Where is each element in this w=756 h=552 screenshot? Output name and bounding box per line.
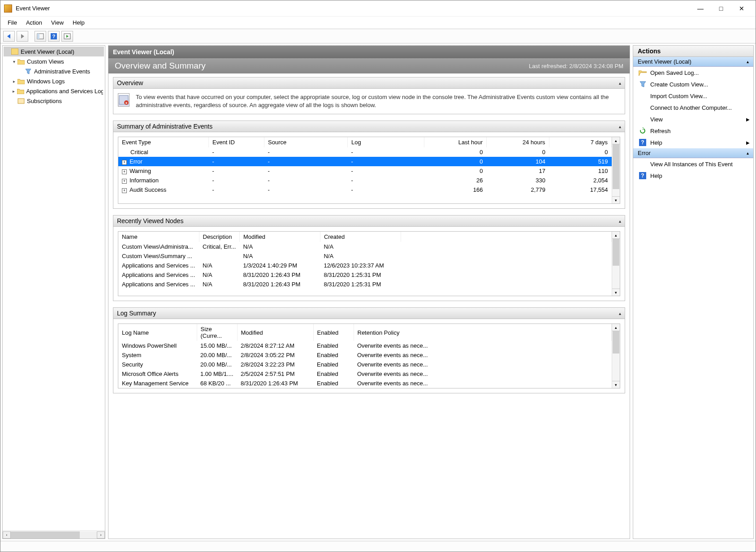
logsummary-row[interactable]: System20.00 MB/...2/8/2024 3:05:22 PMEna… bbox=[118, 350, 612, 360]
scroll-down-icon[interactable]: ▾ bbox=[612, 196, 620, 203]
col-24-hours[interactable]: 24 hours bbox=[487, 137, 549, 147]
action-open-saved-log[interactable]: Open Saved Log... bbox=[633, 67, 753, 78]
row-expander-icon[interactable]: + bbox=[122, 169, 127, 174]
help-button[interactable]: ? bbox=[48, 31, 60, 42]
scroll-left-icon[interactable]: ‹ bbox=[3, 531, 11, 539]
action-connect-to-another-computer[interactable]: Connect to Another Computer... bbox=[633, 102, 753, 113]
minimize-button[interactable]: — bbox=[690, 2, 711, 15]
logsummary-row[interactable]: Security20.00 MB/...2/8/2024 3:22:23 PME… bbox=[118, 360, 612, 369]
collapse-icon[interactable]: ▴ bbox=[619, 124, 621, 129]
row-expander-icon[interactable]: + bbox=[122, 179, 127, 184]
action-create-custom-view[interactable]: Create Custom View... bbox=[633, 78, 753, 90]
scroll-down-icon[interactable]: ▾ bbox=[612, 289, 620, 296]
recent-vertical-scrollbar[interactable]: ▴ ▾ bbox=[612, 232, 620, 296]
menu-view[interactable]: View bbox=[47, 18, 68, 27]
logsummary-vertical-scrollbar[interactable]: ▴ ▾ bbox=[612, 324, 620, 388]
col-7-days[interactable]: 7 days bbox=[549, 137, 612, 147]
menubar: File Action View Help bbox=[0, 17, 756, 29]
logsummary-row[interactable]: Windows PowerShell15.00 MB/...2/8/2024 8… bbox=[118, 341, 612, 350]
logsummary-section-head[interactable]: Log Summary ▴ bbox=[113, 308, 625, 319]
recent-row[interactable]: Custom Views\Administra...Critical, Err.… bbox=[118, 242, 612, 251]
scroll-up-icon[interactable]: ▴ bbox=[612, 324, 620, 331]
tree-item-custom-views[interactable]: ▾ Custom Views bbox=[4, 56, 104, 66]
summary-row[interactable]: +Information---263302,054 bbox=[118, 176, 612, 185]
forward-button[interactable] bbox=[17, 31, 28, 42]
summary-vertical-scrollbar[interactable]: ▴ ▾ bbox=[612, 137, 620, 203]
expander-icon[interactable]: ▸ bbox=[11, 89, 17, 94]
tree-root[interactable]: Event Viewer (Local) bbox=[4, 47, 104, 56]
recent-row[interactable]: Applications and Services ...N/A8/31/202… bbox=[118, 270, 612, 280]
scrollbar-thumb[interactable] bbox=[613, 331, 619, 354]
logsummary-row[interactable]: Microsoft Office Alerts1.00 MB/1....2/5/… bbox=[118, 369, 612, 379]
summary-section-head[interactable]: Summary of Administrative Events ▴ bbox=[113, 121, 625, 132]
maximize-button[interactable]: □ bbox=[711, 2, 731, 15]
actions-group-error[interactable]: Error ▴ bbox=[633, 148, 753, 158]
scroll-right-icon[interactable]: › bbox=[97, 531, 105, 539]
show-hide-tree-button[interactable] bbox=[35, 31, 46, 42]
summary-row[interactable]: +Audit Success---1662,77917,554 bbox=[118, 185, 612, 194]
summary-row[interactable]: +Error---0104519 bbox=[118, 157, 612, 166]
scrollbar-thumb[interactable] bbox=[11, 531, 80, 539]
tree-item-windows-logs[interactable]: ▸ Windows Logs bbox=[4, 76, 104, 86]
col-modified[interactable]: Modified bbox=[237, 324, 313, 341]
col-created[interactable]: Created bbox=[320, 232, 401, 242]
action-view[interactable]: View▶ bbox=[633, 113, 753, 125]
cell-modified: 2/8/2024 3:05:22 PM bbox=[237, 350, 313, 360]
expander-icon[interactable]: ▸ bbox=[11, 79, 17, 84]
recent-row[interactable]: Custom Views\Summary ...N/AN/A bbox=[118, 251, 612, 261]
action-import-custom-view[interactable]: Import Custom View... bbox=[633, 90, 753, 102]
scroll-down-icon[interactable]: ▾ bbox=[612, 381, 620, 388]
play-button[interactable] bbox=[61, 31, 73, 42]
close-button[interactable]: ✕ bbox=[731, 2, 752, 15]
action-help[interactable]: ?Help bbox=[633, 170, 753, 181]
action-help[interactable]: ?Help▶ bbox=[633, 137, 753, 148]
col-empty[interactable] bbox=[401, 232, 611, 242]
tree-item-apps-services[interactable]: ▸ Applications and Services Logs bbox=[4, 86, 104, 96]
collapse-icon[interactable]: ▴ bbox=[619, 81, 621, 86]
scrollbar-thumb[interactable] bbox=[613, 239, 619, 266]
col-modified[interactable]: Modified bbox=[239, 232, 320, 242]
col-event-type[interactable]: Event Type bbox=[118, 137, 209, 147]
col-size[interactable]: Size (Curre... bbox=[197, 324, 237, 341]
col-last-hour[interactable]: Last hour bbox=[424, 137, 487, 147]
col-event-id[interactable]: Event ID bbox=[209, 137, 264, 147]
col-name[interactable]: Name bbox=[118, 232, 199, 242]
menu-help[interactable]: Help bbox=[68, 18, 89, 27]
col-log[interactable]: Log bbox=[348, 137, 424, 147]
logsummary-row[interactable]: Key Management Service68 KB/20 ...8/31/2… bbox=[118, 379, 612, 388]
scroll-up-icon[interactable]: ▴ bbox=[612, 137, 620, 144]
recent-section-head[interactable]: Recently Viewed Nodes ▴ bbox=[113, 216, 625, 227]
collapse-icon[interactable]: ▴ bbox=[619, 219, 621, 224]
action-view-all-instances-of-this-event[interactable]: View All Instances of This Event bbox=[633, 158, 753, 170]
col-enabled[interactable]: Enabled bbox=[313, 324, 354, 341]
action-label: Refresh bbox=[650, 128, 671, 134]
row-expander-icon[interactable]: + bbox=[122, 160, 127, 165]
summary-row[interactable]: Critical---000 bbox=[118, 147, 612, 157]
collapse-icon[interactable]: ▴ bbox=[747, 151, 749, 155]
actions-group-eventviewer[interactable]: Event Viewer (Local) ▴ bbox=[633, 57, 753, 67]
recent-row[interactable]: Applications and Services ...N/A1/3/2024… bbox=[118, 261, 612, 270]
col-retention[interactable]: Retention Policy bbox=[354, 324, 612, 341]
menu-file[interactable]: File bbox=[3, 18, 22, 27]
logsummary-table: Log Name Size (Curre... Modified Enabled… bbox=[118, 324, 612, 388]
tree-item-admin-events[interactable]: Administrative Events bbox=[4, 66, 104, 76]
menu-action[interactable]: Action bbox=[22, 18, 47, 27]
col-description[interactable]: Description bbox=[199, 232, 239, 242]
recent-row[interactable]: Applications and Services ...N/A8/31/202… bbox=[118, 280, 612, 289]
overview-section-head[interactable]: Overview ▴ bbox=[113, 78, 625, 89]
row-expander-icon[interactable]: + bbox=[122, 188, 127, 193]
col-source[interactable]: Source bbox=[264, 137, 348, 147]
summary-row[interactable]: +Warning---017110 bbox=[118, 166, 612, 176]
action-refresh[interactable]: Refresh bbox=[633, 125, 753, 137]
col-log-name[interactable]: Log Name bbox=[118, 324, 197, 341]
tree-item-subscriptions[interactable]: Subscriptions bbox=[4, 96, 104, 106]
cell-log: - bbox=[348, 166, 424, 176]
scrollbar-thumb[interactable] bbox=[613, 144, 619, 189]
tree-horizontal-scrollbar[interactable]: ‹ › bbox=[3, 530, 105, 539]
scroll-up-icon[interactable]: ▴ bbox=[612, 232, 620, 239]
cell-log: - bbox=[348, 176, 424, 185]
expander-icon[interactable]: ▾ bbox=[11, 59, 17, 64]
collapse-icon[interactable]: ▴ bbox=[747, 59, 749, 64]
collapse-icon[interactable]: ▴ bbox=[619, 311, 621, 316]
back-button[interactable] bbox=[3, 31, 15, 42]
